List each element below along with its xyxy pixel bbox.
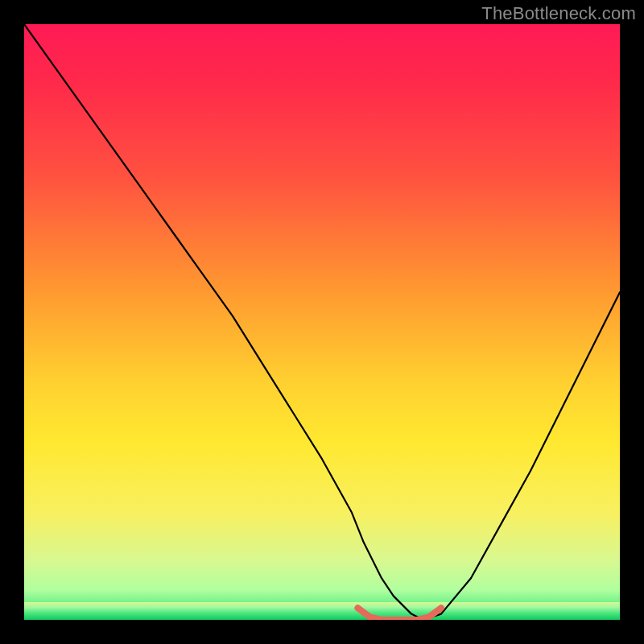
plot-area	[24, 24, 620, 620]
watermark-text: TheBottleneck.com	[481, 3, 636, 24]
optimal-range-marker-path	[357, 608, 441, 620]
chart-svg	[24, 24, 620, 620]
chart-frame: TheBottleneck.com	[0, 0, 644, 644]
bottleneck-curve-path	[24, 24, 620, 620]
